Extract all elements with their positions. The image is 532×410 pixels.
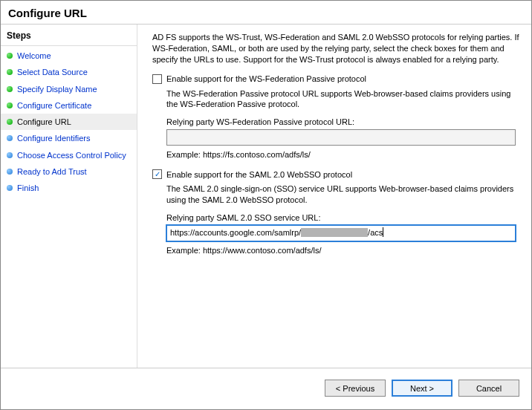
footer: < Previous Next > Cancel [1,368,531,408]
step-select-data-source[interactable]: Select Data Source [1,64,137,80]
bullet-icon [7,86,13,92]
bullet-icon [7,102,13,108]
cancel-button[interactable]: Cancel [458,380,519,397]
step-label: Finish [17,183,131,193]
wsfed-url-label: Relying party WS-Federation Passive prot… [166,117,519,126]
step-configure-url[interactable]: Configure URL [1,114,137,130]
step-label: Ready to Add Trust [17,166,131,177]
saml-example: Example: https://www.contoso.com/adfs/ls… [166,246,519,255]
step-configure-identifiers[interactable]: Configure Identifiers [1,130,137,146]
wsfed-checkbox-row[interactable]: Enable support for the WS-Federation Pas… [152,74,519,84]
step-label: Choose Access Control Policy [17,150,131,160]
bullet-icon [7,53,13,59]
saml-description: The SAML 2.0 single-sign-on (SSO) servic… [166,183,519,206]
previous-button[interactable]: < Previous [325,380,386,397]
saml-url-prefix: https://accounts.google.com/samlrp/ [170,228,301,237]
step-finish[interactable]: Finish [1,180,137,196]
wsfed-url-input [166,129,516,146]
step-label: Welcome [17,51,131,61]
step-label: Configure Identifiers [17,133,131,143]
wsfed-checkbox-label: Enable support for the WS-Federation Pas… [166,74,366,83]
step-label: Specify Display Name [17,84,131,94]
saml-checkbox-row[interactable]: ✓ Enable support for the SAML 2.0 WebSSO… [152,169,519,179]
step-welcome[interactable]: Welcome [1,48,137,64]
step-label: Select Data Source [17,67,131,77]
bullet-icon [7,135,13,141]
steps-sidebar: Steps Welcome Select Data Source Specify… [1,25,137,368]
saml-url-label: Relying party SAML 2.0 SSO service URL: [166,213,519,222]
steps-header: Steps [1,27,137,46]
saml-url-input[interactable]: https://accounts.google.com/samlrp/ /acs [166,225,516,241]
next-button[interactable]: Next > [392,380,452,397]
bullet-icon [7,169,13,175]
step-label: Configure URL [17,117,131,127]
bullet-icon [7,119,13,125]
saml-checkbox[interactable]: ✓ [152,169,162,179]
saml-checkbox-label: Enable support for the SAML 2.0 WebSSO p… [166,170,352,179]
step-choose-access-control[interactable]: Choose Access Control Policy [1,147,137,163]
wsfed-description: The WS-Federation Passive protocol URL s… [166,88,519,111]
step-specify-display-name[interactable]: Specify Display Name [1,81,137,97]
step-configure-certificate[interactable]: Configure Certificate [1,97,137,114]
step-label: Configure Certificate [17,100,131,111]
bullet-icon [7,69,13,75]
bullet-icon [7,152,13,158]
wsfed-example: Example: https://fs.contoso.com/adfs/ls/ [166,150,519,159]
saml-url-suffix: /acs [368,228,383,237]
page-title: Configure URL [1,1,531,24]
wsfed-checkbox[interactable] [152,74,162,84]
intro-text: AD FS supports the WS-Trust, WS-Federati… [152,32,519,65]
text-cursor [383,227,383,237]
bullet-icon [7,185,13,191]
saml-url-selected [301,228,368,237]
step-ready-to-add-trust[interactable]: Ready to Add Trust [1,163,137,180]
main-panel: AD FS supports the WS-Trust, WS-Federati… [137,25,531,368]
